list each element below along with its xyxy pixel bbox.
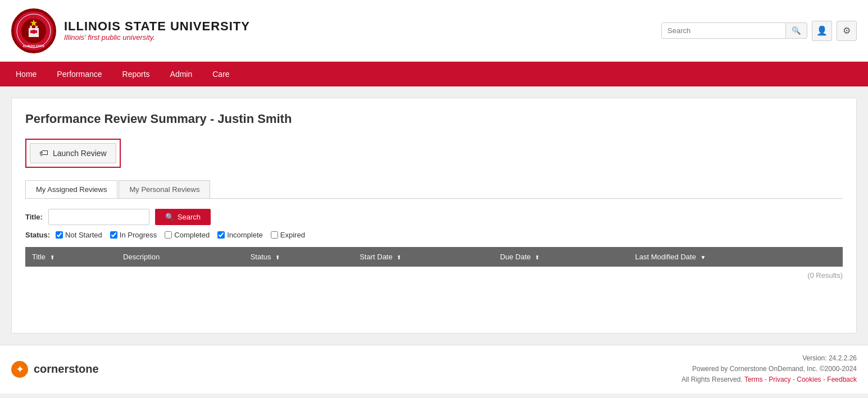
cornerstone-brand-name: cornerstone xyxy=(34,363,99,376)
search-btn-icon: 🔍 xyxy=(165,213,174,221)
col-description: Description xyxy=(116,247,244,267)
powered-by-text: Powered by Cornerstone OnDemand, Inc. ©2… xyxy=(681,364,857,374)
main-navbar: Home Performance Reports Admin Care xyxy=(0,62,868,86)
status-filter-row: Status: Not Started In Progress Complete… xyxy=(25,231,843,239)
filter-area: Title: 🔍 Search Status: Not Started In P… xyxy=(25,209,843,239)
content-panel: Performance Review Summary - Justin Smit… xyxy=(11,98,857,333)
nav-home[interactable]: Home xyxy=(6,63,47,85)
site-header: ILLINOIS STATE Illinois State University… xyxy=(0,0,868,62)
status-checkboxes: Not Started In Progress Completed Incomp… xyxy=(56,231,305,239)
footer-terms-link[interactable]: Terms xyxy=(744,376,763,383)
footer-privacy-link[interactable]: Privacy xyxy=(769,376,790,383)
status-incomplete[interactable]: Incomplete xyxy=(217,231,263,239)
search-btn-label: Search xyxy=(178,213,201,221)
col-due-date[interactable]: Due Date ⬆ xyxy=(493,247,629,267)
results-count: (0 Results) xyxy=(25,267,843,284)
global-search-box[interactable]: 🔍 xyxy=(661,22,807,39)
version-text: Version: 24.2.2.26 xyxy=(681,353,857,364)
nav-reports[interactable]: Reports xyxy=(112,63,160,85)
nav-admin[interactable]: Admin xyxy=(160,63,203,85)
global-search-button[interactable]: 🔍 xyxy=(785,23,807,38)
footer-logo: ✦ cornerstone xyxy=(11,361,99,378)
launch-review-label: Launch Review xyxy=(53,149,107,158)
col-last-modified[interactable]: Last Modified Date ▼ xyxy=(628,247,843,267)
footer-cookies-link[interactable]: Cookies xyxy=(797,376,821,383)
col-status[interactable]: Status ⬆ xyxy=(244,247,353,267)
col-start-date[interactable]: Start Date ⬆ xyxy=(353,247,493,267)
col-title[interactable]: Title ⬆ xyxy=(25,247,116,267)
university-name: Illinois State University xyxy=(64,20,250,33)
filter-search-button[interactable]: 🔍 Search xyxy=(155,209,211,225)
university-seal: ILLINOIS STATE xyxy=(11,8,56,53)
results-table: Title ⬆ Description Status ⬆ Start Date … xyxy=(25,247,843,267)
status-filter-label: Status: xyxy=(25,231,50,239)
sort-icon-title: ⬆ xyxy=(50,254,54,260)
launch-icon: 🏷 xyxy=(39,148,48,158)
title-filter-row: Title: 🔍 Search xyxy=(25,209,843,225)
university-tagline: Illinois' first public university. xyxy=(64,33,250,42)
global-search-input[interactable] xyxy=(662,23,785,38)
rights-and-links: All Rights Reserved. Terms - Privacy - C… xyxy=(681,374,857,385)
svg-rect-7 xyxy=(35,30,37,33)
logo-area: ILLINOIS STATE Illinois State University… xyxy=(11,8,250,53)
nav-performance[interactable]: Performance xyxy=(47,63,112,85)
settings-icon-button[interactable]: ⚙ xyxy=(837,21,857,41)
title-filter-input[interactable] xyxy=(48,209,149,225)
site-footer: ✦ cornerstone Version: 24.2.2.26 Powered… xyxy=(0,345,868,394)
gear-icon: ⚙ xyxy=(843,25,851,36)
search-icon: 🔍 xyxy=(792,26,801,35)
launch-review-button[interactable]: 🏷 Launch Review xyxy=(30,143,116,163)
status-in-progress[interactable]: In Progress xyxy=(110,231,157,239)
sort-icon-due: ⬆ xyxy=(535,254,539,260)
sort-icon-modified: ▼ xyxy=(701,254,706,260)
tab-assigned-reviews[interactable]: My Assigned Reviews xyxy=(25,180,117,198)
status-completed[interactable]: Completed xyxy=(165,231,210,239)
nav-care[interactable]: Care xyxy=(202,63,239,85)
tab-personal-reviews[interactable]: My Personal Reviews xyxy=(119,180,210,198)
svg-rect-8 xyxy=(33,30,35,34)
header-right: 🔍 👤 ⚙ xyxy=(661,21,857,41)
rights-text: All Rights Reserved. xyxy=(681,376,743,383)
title-filter-label: Title: xyxy=(25,213,43,221)
sort-icon-status: ⬆ xyxy=(275,254,280,260)
user-icon-button[interactable]: 👤 xyxy=(812,21,832,41)
user-icon: 👤 xyxy=(816,25,828,36)
footer-right: Version: 24.2.2.26 Powered by Cornerston… xyxy=(681,353,857,386)
page-title: Performance Review Summary - Justin Smit… xyxy=(25,112,843,126)
cornerstone-star-icon: ✦ xyxy=(11,361,28,378)
launch-review-wrapper: 🏷 Launch Review xyxy=(25,139,121,168)
sort-icon-start: ⬆ xyxy=(397,254,401,260)
university-name-block: Illinois State University Illinois' firs… xyxy=(64,20,250,42)
review-tabs: My Assigned Reviews My Personal Reviews xyxy=(25,180,843,199)
status-expired[interactable]: Expired xyxy=(271,231,305,239)
status-not-started[interactable]: Not Started xyxy=(56,231,102,239)
svg-rect-6 xyxy=(30,30,33,33)
table-header-row: Title ⬆ Description Status ⬆ Start Date … xyxy=(25,247,843,267)
footer-feedback-link[interactable]: Feedback xyxy=(827,376,857,383)
svg-text:ILLINOIS STATE: ILLINOIS STATE xyxy=(23,44,45,48)
main-container: Performance Review Summary - Justin Smit… xyxy=(0,86,868,345)
